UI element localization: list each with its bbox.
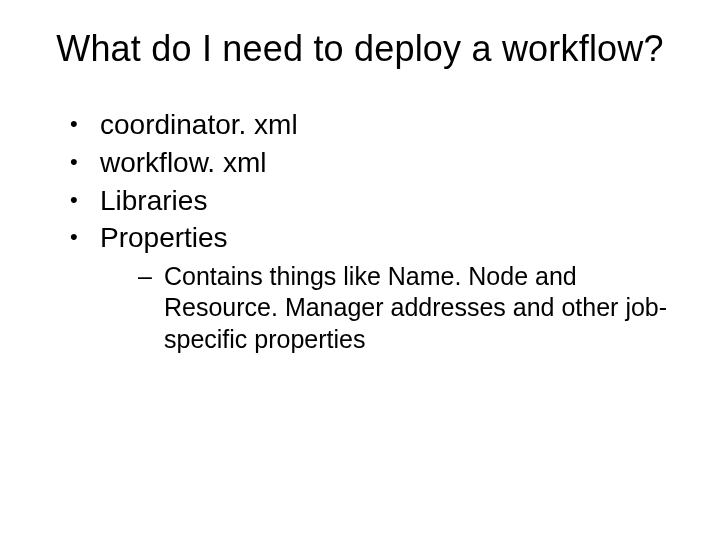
list-item: Properties Contains things like Name. No… <box>70 219 688 355</box>
bullet-list: coordinator. xml workflow. xml Libraries… <box>32 106 688 355</box>
sub-list-item: Contains things like Name. Node and Reso… <box>138 261 688 355</box>
list-item-label: Properties <box>100 222 228 253</box>
list-item: coordinator. xml <box>70 106 688 144</box>
sub-list-item-label: Contains things like Name. Node and Reso… <box>164 262 667 353</box>
list-item-label: workflow. xml <box>100 147 266 178</box>
list-item: Libraries <box>70 182 688 220</box>
slide-title: What do I need to deploy a workflow? <box>32 28 688 70</box>
list-item-label: coordinator. xml <box>100 109 298 140</box>
list-item-label: Libraries <box>100 185 207 216</box>
sub-bullet-list: Contains things like Name. Node and Reso… <box>100 261 688 355</box>
list-item: workflow. xml <box>70 144 688 182</box>
